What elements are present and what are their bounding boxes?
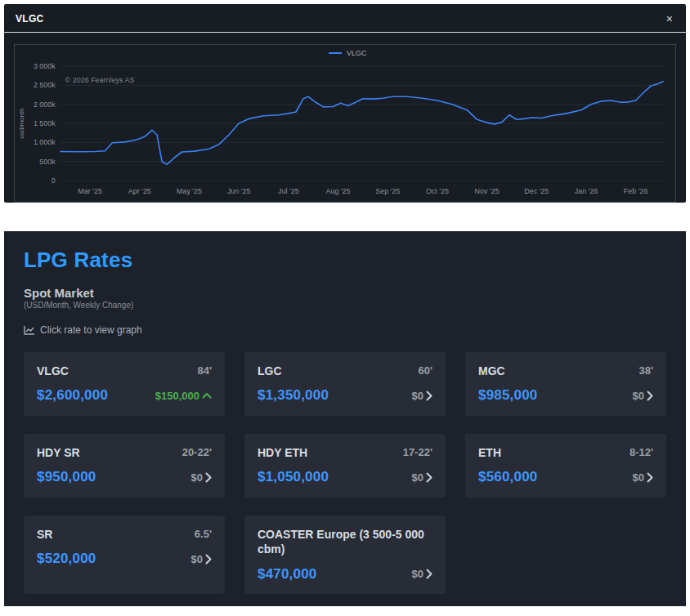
rate-card-header: MGC 38'	[478, 364, 653, 378]
chevron-right-icon	[205, 554, 212, 565]
rate-card-header: HDY SR 20-22'	[37, 445, 212, 460]
rates-grid: VLGC 84' $2,600,000 $150,000 LGC 60' $1,…	[24, 352, 666, 593]
svg-text:Aug '25: Aug '25	[326, 187, 351, 195]
chevron-up-icon	[202, 392, 212, 399]
rate-card-name: MGC	[478, 364, 505, 378]
rate-card-value: $2,600,000	[37, 387, 108, 404]
rate-card-size: 38'	[638, 364, 653, 377]
rate-card-header: ETH 8-12'	[478, 445, 653, 460]
chart-icon	[24, 325, 35, 335]
rate-card-header: HDY ETH 17-22'	[258, 445, 432, 460]
rate-card-value: $520,000	[37, 551, 96, 567]
rate-card[interactable]: SR 6.5' $520,000 $0	[24, 516, 225, 593]
rate-card-name: HDY SR	[37, 445, 80, 460]
rate-card-change: $150,000	[155, 390, 212, 402]
modal-title: VLGC	[16, 13, 44, 25]
svg-text:Feb '26: Feb '26	[624, 187, 648, 195]
svg-text:© 2026 Fearnleys AS: © 2026 Fearnleys AS	[65, 76, 135, 84]
rate-card-change-amount: $0	[633, 390, 644, 402]
rate-card-value: $1,050,000	[258, 469, 329, 485]
rate-card-change-amount: $0	[191, 553, 203, 565]
hint-row: Click rate to view graph	[24, 324, 666, 336]
svg-text:May '25: May '25	[177, 187, 202, 195]
close-icon[interactable]: ×	[665, 13, 674, 25]
vlgc-chart-modal: VLGC × 0500k1 000k1 500k2 000k2 500k3 00…	[4, 4, 686, 203]
svg-text:Sep '25: Sep '25	[375, 187, 400, 195]
svg-text:3 000k: 3 000k	[34, 62, 56, 70]
rate-card-footer: $470,000 $0	[258, 566, 432, 583]
rate-card[interactable]: MGC 38' $985,000 $0	[465, 352, 666, 416]
svg-text:Apr '25: Apr '25	[128, 187, 151, 195]
rate-card-footer: $560,000 $0	[478, 469, 653, 485]
rate-card-size: 17-22'	[403, 445, 432, 458]
rate-card-change: $0	[412, 568, 432, 580]
rate-card-footer: $950,000 $0	[37, 469, 212, 485]
rate-card-name: LGC	[258, 364, 282, 378]
rate-card-footer: $985,000 $0	[478, 387, 653, 404]
rate-card-size: 60'	[418, 364, 432, 377]
rate-card-footer: $520,000 $0	[37, 551, 212, 567]
page-title: LPG Rates	[24, 248, 666, 273]
rate-card[interactable]: HDY SR 20-22' $950,000 $0	[24, 434, 225, 498]
rate-card[interactable]: COASTER Europe (3 500-5 000 cbm) $470,00…	[244, 516, 446, 593]
rate-card-change: $0	[412, 471, 432, 484]
chevron-right-icon	[205, 472, 212, 483]
chevron-right-icon	[647, 472, 653, 483]
modal-divider	[4, 32, 686, 33]
rate-card[interactable]: HDY ETH 17-22' $1,050,000 $0	[244, 434, 446, 498]
svg-text:Dec '25: Dec '25	[524, 187, 549, 195]
svg-text:2 000k: 2 000k	[34, 100, 56, 109]
rate-card-size: 84'	[197, 364, 212, 377]
rate-card-change-amount: $0	[191, 471, 203, 484]
vlgc-chart-svg: 0500k1 000k1 500k2 000k2 500k3 000kMar '…	[15, 45, 675, 202]
rate-card-footer: $2,600,000 $150,000	[37, 387, 212, 404]
rate-card-header: LGC 60'	[258, 364, 432, 378]
hint-text: Click rate to view graph	[40, 324, 142, 336]
rate-card-size: 20-22'	[182, 445, 212, 458]
svg-text:Mar '25: Mar '25	[78, 187, 102, 195]
modal-header: VLGC ×	[4, 4, 686, 32]
rate-card-change-amount: $0	[412, 568, 423, 580]
rate-card[interactable]: VLGC 84' $2,600,000 $150,000	[24, 352, 225, 416]
rate-card-value: $470,000	[258, 566, 317, 583]
vlgc-chart: 0500k1 000k1 500k2 000k2 500k3 000kMar '…	[14, 44, 676, 203]
svg-text:Oct '25: Oct '25	[426, 187, 449, 195]
rate-card-size: 8-12'	[630, 445, 653, 458]
svg-text:Nov '25: Nov '25	[475, 187, 500, 195]
chevron-right-icon	[426, 569, 432, 579]
rate-card[interactable]: ETH 8-12' $560,000 $0	[465, 434, 666, 498]
spot-market-subtitle: Spot Market	[24, 286, 666, 300]
rate-card-size: 6.5'	[195, 527, 212, 540]
rate-card-header: SR 6.5'	[37, 527, 212, 542]
chevron-right-icon	[647, 391, 653, 401]
svg-text:Jan '26: Jan '26	[575, 187, 598, 195]
rate-card-footer: $1,350,000 $0	[258, 387, 432, 404]
svg-text:VLGC: VLGC	[347, 49, 367, 57]
svg-text:2 500k: 2 500k	[34, 81, 56, 89]
rate-card-value: $950,000	[37, 469, 96, 485]
svg-text:0: 0	[52, 176, 56, 185]
rate-card-header: VLGC 84'	[37, 364, 212, 378]
svg-text:Jun '25: Jun '25	[227, 187, 251, 195]
rate-card-change: $0	[191, 553, 212, 565]
svg-text:1 500k: 1 500k	[34, 119, 56, 127]
rate-card-value: $985,000	[478, 387, 538, 404]
rate-card-change: $0	[412, 390, 432, 402]
rate-card-change-amount: $0	[412, 390, 423, 402]
lpg-rates-panel: LPG Rates Spot Market (USD/Month, Weekly…	[4, 231, 686, 606]
chevron-right-icon	[426, 472, 432, 483]
rate-card-footer: $1,050,000 $0	[258, 469, 432, 485]
rate-card-value: $1,350,000	[258, 387, 329, 404]
rate-card-change: $0	[191, 471, 212, 484]
chevron-right-icon	[426, 391, 432, 401]
svg-text:500k: 500k	[39, 158, 56, 166]
rate-card[interactable]: LGC 60' $1,350,000 $0	[244, 352, 446, 416]
rate-card-change-amount: $0	[633, 471, 644, 484]
spot-market-note: (USD/Month, Weekly Change)	[24, 301, 666, 310]
rate-card-value: $560,000	[478, 469, 538, 485]
rate-card-change-amount: $0	[412, 471, 423, 484]
rate-card-name: SR	[37, 527, 52, 542]
svg-text:Jul '25: Jul '25	[278, 187, 299, 195]
rate-card-name: VLGC	[37, 364, 69, 378]
rate-card-change: $0	[633, 390, 653, 402]
